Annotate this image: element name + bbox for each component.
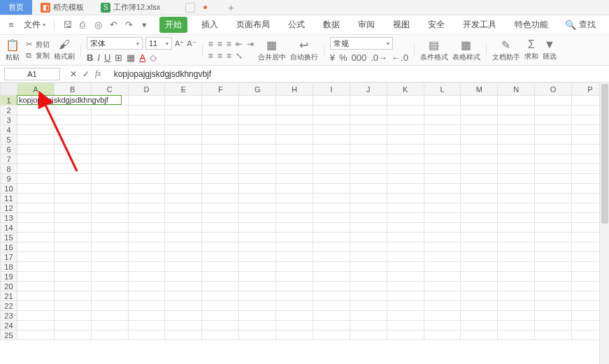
cell[interactable]: [424, 301, 461, 311]
cell[interactable]: [165, 125, 202, 135]
cell[interactable]: [424, 223, 461, 233]
column-header[interactable]: I: [313, 83, 350, 96]
cell[interactable]: [350, 115, 387, 125]
cell[interactable]: [276, 145, 313, 154]
cell[interactable]: [387, 145, 424, 154]
cell[interactable]: [91, 301, 128, 311]
tab-security[interactable]: 安全: [424, 17, 449, 33]
cell[interactable]: [54, 252, 91, 262]
cell[interactable]: [498, 233, 535, 242]
cell[interactable]: [350, 164, 387, 174]
cell[interactable]: [535, 242, 572, 252]
cell[interactable]: [165, 203, 202, 213]
cell[interactable]: [128, 233, 165, 242]
doc-helper-button[interactable]: ✎ 文档助手: [492, 38, 520, 62]
row-header[interactable]: 15: [1, 233, 17, 242]
tab-data[interactable]: 数据: [319, 17, 344, 33]
print-icon[interactable]: ⎙: [77, 20, 88, 31]
cell[interactable]: [17, 135, 54, 145]
cell[interactable]: [461, 321, 498, 330]
cell[interactable]: [535, 164, 572, 174]
cell[interactable]: [313, 145, 350, 154]
cell[interactable]: [350, 194, 387, 203]
cell[interactable]: [535, 184, 572, 194]
cell[interactable]: [202, 115, 239, 125]
cell[interactable]: [202, 125, 239, 135]
cell[interactable]: [276, 233, 313, 242]
cell[interactable]: [91, 135, 128, 145]
cell[interactable]: [91, 330, 128, 340]
cell[interactable]: [461, 115, 498, 125]
cell[interactable]: [535, 125, 572, 135]
cell[interactable]: [313, 125, 350, 135]
cell[interactable]: [313, 223, 350, 233]
cell[interactable]: [424, 96, 461, 105]
cell[interactable]: [165, 174, 202, 184]
row-header[interactable]: 10: [1, 184, 17, 194]
cell[interactable]: [350, 282, 387, 291]
font-size-select[interactable]: 11 ▾: [145, 37, 172, 50]
cell[interactable]: [350, 223, 387, 233]
tab-restore-icon[interactable]: [185, 3, 195, 13]
row-header[interactable]: 19: [1, 272, 17, 282]
cell[interactable]: [535, 262, 572, 272]
cell[interactable]: [17, 291, 54, 301]
cell[interactable]: [535, 282, 572, 291]
cell[interactable]: [424, 115, 461, 125]
row-header[interactable]: 16: [1, 242, 17, 252]
cell[interactable]: [128, 96, 165, 105]
cell[interactable]: [276, 194, 313, 203]
cell[interactable]: [17, 223, 54, 233]
cell[interactable]: [165, 321, 202, 330]
cell[interactable]: [535, 272, 572, 282]
row-header[interactable]: 17: [1, 252, 17, 262]
cell[interactable]: [535, 291, 572, 301]
cell[interactable]: [17, 125, 54, 135]
cell[interactable]: [128, 252, 165, 262]
cell[interactable]: [387, 321, 424, 330]
cell[interactable]: [165, 115, 202, 125]
cell[interactable]: [313, 184, 350, 194]
row-header[interactable]: 13: [1, 213, 17, 223]
cell[interactable]: [54, 233, 91, 242]
cell[interactable]: [276, 301, 313, 311]
column-header[interactable]: G: [239, 83, 276, 96]
cell[interactable]: [91, 321, 128, 330]
cell[interactable]: [387, 252, 424, 262]
cell[interactable]: [239, 96, 276, 105]
cell[interactable]: [424, 125, 461, 135]
column-header[interactable]: J: [350, 83, 387, 96]
column-header[interactable]: F: [202, 83, 239, 96]
cell[interactable]: [424, 213, 461, 223]
cell[interactable]: [239, 115, 276, 125]
cell[interactable]: [387, 125, 424, 135]
cell[interactable]: [128, 135, 165, 145]
cell[interactable]: [202, 262, 239, 272]
cell[interactable]: [202, 154, 239, 164]
vertical-scrollbar[interactable]: [599, 82, 609, 364]
cell[interactable]: [165, 194, 202, 203]
cell[interactable]: [54, 164, 91, 174]
decrease-font-icon[interactable]: A⁻: [187, 39, 196, 48]
cell[interactable]: [17, 115, 54, 125]
cell[interactable]: [276, 311, 313, 321]
cell[interactable]: [461, 194, 498, 203]
cell[interactable]: [165, 164, 202, 174]
cell[interactable]: [535, 330, 572, 340]
cell[interactable]: [350, 330, 387, 340]
cell[interactable]: [498, 301, 535, 311]
cell[interactable]: [17, 311, 54, 321]
cell[interactable]: [350, 184, 387, 194]
merge-center-button[interactable]: ▦ 合并居中: [258, 38, 286, 62]
cell[interactable]: [387, 272, 424, 282]
cell[interactable]: kopjopajgjskdgjsdkhngvbjf: [17, 96, 54, 105]
cell[interactable]: [313, 203, 350, 213]
cell[interactable]: [350, 252, 387, 262]
tab-review[interactable]: 审阅: [354, 17, 379, 33]
cell[interactable]: [128, 194, 165, 203]
clear-format-button[interactable]: ◇: [150, 52, 157, 63]
cell[interactable]: [498, 330, 535, 340]
font-color-button[interactable]: A: [139, 52, 145, 63]
cell[interactable]: [202, 96, 239, 105]
align-middle-icon[interactable]: ≡: [217, 39, 222, 49]
